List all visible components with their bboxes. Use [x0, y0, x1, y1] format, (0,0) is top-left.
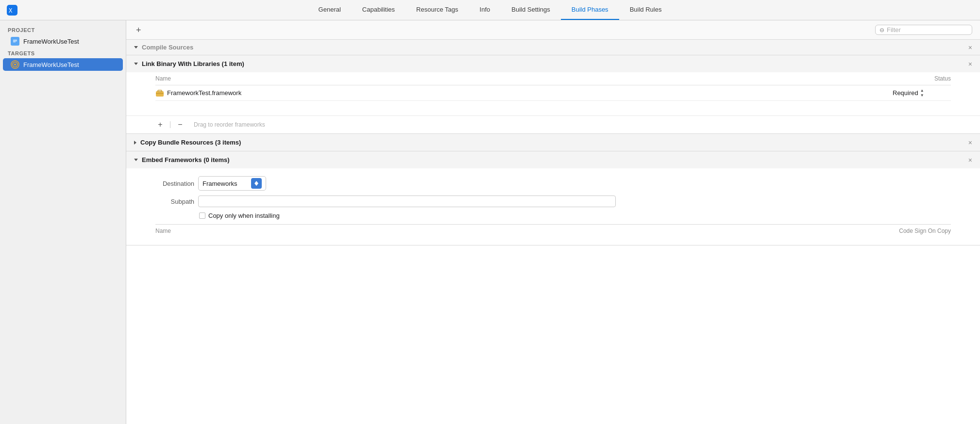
remove-framework-button[interactable]: − — [175, 120, 185, 130]
target-icon — [11, 60, 19, 69]
controls-divider — [170, 121, 170, 128]
embed-frameworks-title: Embed Frameworks (0 items) — [142, 156, 230, 163]
destination-dropdown[interactable]: Frameworks — [198, 176, 266, 191]
project-section-label: PROJECT — [0, 24, 126, 35]
svg-marker-13 — [254, 183, 258, 186]
targets-section-label: TARGETS — [0, 48, 126, 58]
content-toolbar: + ⊖ Filter — [126, 20, 980, 40]
svg-marker-12 — [254, 181, 258, 183]
link-binary-header[interactable]: Link Binary With Libraries (1 item) × — [126, 55, 980, 72]
embed-table-header: Name Code Sign On Copy — [155, 224, 951, 237]
content-scroll: Compile Sources × Link Binary With Libra… — [126, 40, 980, 424]
status-select[interactable]: Required ▲ ▼ — [893, 88, 951, 98]
embed-sign-column-header: Code Sign On Copy — [899, 228, 951, 234]
partial-phase-title: Compile Sources — [142, 44, 193, 51]
copy-bundle-header[interactable]: Copy Bundle Resources (3 items) × — [126, 134, 980, 151]
svg-rect-5 — [13, 42, 16, 42]
status-stepper[interactable]: ▲ ▼ — [920, 88, 924, 98]
destination-label: Destination — [155, 180, 194, 187]
tab-build-settings[interactable]: Build Settings — [501, 0, 561, 20]
embed-frameworks-collapse-icon — [134, 159, 138, 161]
embed-frameworks-close-button[interactable]: × — [968, 157, 972, 163]
link-binary-table: Name Status — [126, 72, 980, 101]
tab-build-rules[interactable]: Build Rules — [619, 0, 673, 20]
copy-bundle-collapse-icon — [134, 141, 136, 145]
embed-frameworks-content: Destination Frameworks — [126, 168, 980, 245]
svg-rect-4 — [13, 41, 17, 41]
tab-info[interactable]: Info — [469, 0, 501, 20]
svg-text:X: X — [9, 7, 13, 14]
close-partial-phase-button[interactable]: × — [968, 44, 972, 51]
subpath-row: Subpath — [155, 196, 951, 207]
copy-bundle-section: Copy Bundle Resources (3 items) × — [126, 134, 980, 151]
filter-icon: ⊖ — [879, 27, 884, 33]
link-binary-section: Link Binary With Libraries (1 item) × Na… — [126, 55, 980, 134]
sidebar-item-target[interactable]: FrameWorkUseTest — [3, 58, 123, 71]
link-binary-collapse-icon — [134, 63, 138, 65]
filter-box[interactable]: ⊖ Filter — [875, 25, 972, 35]
embed-frameworks-header[interactable]: Embed Frameworks (0 items) × — [126, 151, 980, 168]
link-binary-title: Link Binary With Libraries (1 item) — [142, 60, 244, 67]
tab-capabilities[interactable]: Capabilities — [352, 0, 406, 20]
table-row: FrameworkTest.framework Required ▲ ▼ — [155, 85, 951, 101]
main-layout: PROJECT FrameWorkUseTest TARGETS — [0, 20, 980, 424]
svg-point-8 — [14, 64, 16, 65]
top-nav-bar: X General Capabilities Resource Tags Inf… — [0, 0, 980, 20]
add-phase-button[interactable]: + — [134, 25, 143, 35]
link-binary-table-header: Name Status — [155, 72, 951, 85]
svg-rect-11 — [156, 93, 164, 94]
svg-rect-3 — [13, 40, 17, 40]
copy-only-label: Copy only when installing — [208, 212, 280, 219]
framework-name: FrameworkTest.framework — [167, 89, 241, 97]
content-area: + ⊖ Filter Compile Sources × Link Binary… — [126, 20, 980, 424]
project-item-label: FrameWorkUseTest — [23, 38, 79, 45]
filter-label: Filter — [887, 26, 901, 33]
status-value: Required — [893, 89, 918, 97]
destination-row: Destination Frameworks — [155, 176, 951, 191]
name-column-header: Name — [155, 75, 893, 82]
subpath-input[interactable] — [198, 196, 616, 207]
sidebar: PROJECT FrameWorkUseTest TARGETS — [0, 20, 126, 424]
copy-only-checkbox[interactable] — [199, 212, 205, 219]
destination-stepper[interactable] — [251, 178, 262, 189]
partial-phase-header[interactable]: Compile Sources × — [126, 40, 980, 55]
status-cell[interactable]: Required ▲ ▼ — [893, 88, 951, 98]
sidebar-item-project[interactable]: FrameWorkUseTest — [3, 35, 123, 48]
tab-general[interactable]: General — [308, 0, 352, 20]
copy-only-row: Copy only when installing — [199, 212, 951, 219]
framework-file-icon — [155, 89, 164, 98]
embed-frameworks-section: Embed Frameworks (0 items) × Destination… — [126, 151, 980, 245]
tab-resource-tags[interactable]: Resource Tags — [406, 0, 469, 20]
tab-build-phases[interactable]: Build Phases — [561, 0, 619, 20]
add-framework-button[interactable]: + — [155, 120, 165, 130]
xcode-icon: X — [7, 5, 17, 16]
project-file-icon — [11, 37, 19, 46]
collapse-icon-partial — [134, 46, 138, 49]
spacer — [126, 101, 980, 115]
link-binary-controls: + − Drag to reorder frameworks — [126, 115, 980, 133]
subpath-label: Subpath — [155, 198, 194, 205]
destination-value: Frameworks — [203, 180, 248, 187]
target-item-label: FrameWorkUseTest — [23, 61, 79, 68]
framework-row-name: FrameworkTest.framework — [155, 89, 893, 98]
link-binary-close-button[interactable]: × — [968, 61, 972, 67]
copy-bundle-title: Copy Bundle Resources (3 items) — [140, 139, 241, 146]
status-column-header: Status — [893, 75, 951, 82]
embed-name-column-header: Name — [155, 228, 899, 234]
drag-hint-label: Drag to reorder frameworks — [194, 121, 265, 128]
svg-rect-10 — [158, 90, 162, 92]
copy-bundle-close-button[interactable]: × — [968, 139, 972, 146]
